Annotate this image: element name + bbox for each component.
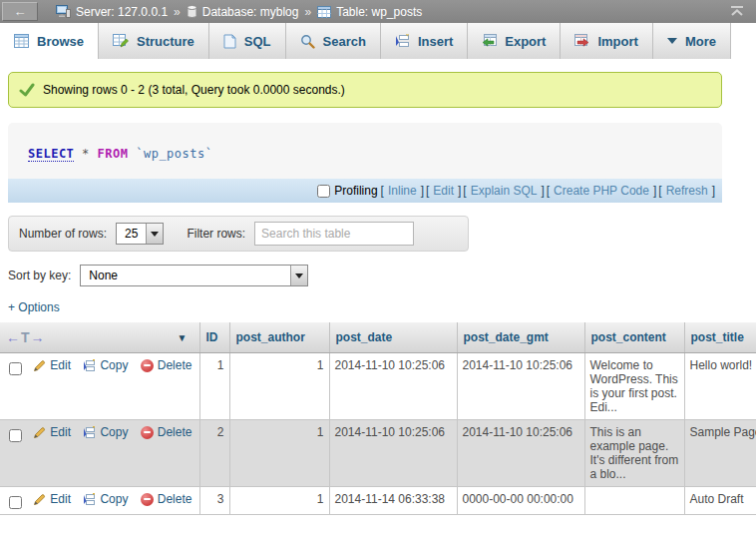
sort-caret-icon[interactable]: ▼ <box>178 332 188 343</box>
edit-button[interactable]: Edit <box>33 492 71 506</box>
tab-bar: Browse Structure SQL Search Insert Expor… <box>0 23 756 59</box>
row-actions: Edit Copy Delete <box>0 353 199 420</box>
back-button[interactable]: ← <box>2 2 38 21</box>
hide-right-icon[interactable]: → <box>31 329 45 345</box>
sql-keyword-select[interactable]: SELECT <box>28 147 74 162</box>
tab-structure[interactable]: Structure <box>99 23 209 59</box>
column-header-post-date[interactable]: post_date <box>329 322 457 353</box>
status-message-text: Showing rows 0 - 2 (3 total, Query took … <box>43 83 345 97</box>
delete-label: Delete <box>158 492 192 506</box>
pencil-icon <box>33 426 46 439</box>
bracket: ] <box>458 184 461 198</box>
row-controls: Number of rows: 25 Filter rows: <box>8 216 469 252</box>
edit-label: Edit <box>50 492 71 506</box>
row-checkbox[interactable] <box>9 429 22 442</box>
cell-post-date-gmt: 2014-11-10 10:25:06 <box>457 353 584 420</box>
tab-search[interactable]: Search <box>286 23 381 59</box>
delete-button[interactable]: Delete <box>141 425 192 439</box>
tab-more[interactable]: More <box>653 23 731 59</box>
cell-post-author: 1 <box>229 420 329 487</box>
tab-insert[interactable]: Insert <box>381 23 468 59</box>
delete-label: Delete <box>158 425 192 439</box>
cell-post-date: 2014-11-10 10:25:06 <box>329 420 457 487</box>
tab-sql[interactable]: SQL <box>209 23 286 59</box>
copy-button[interactable]: Copy <box>83 425 128 439</box>
number-of-rows-select[interactable]: 25 <box>116 223 164 245</box>
delete-button[interactable]: Delete <box>141 358 192 372</box>
row-checkbox[interactable] <box>9 362 22 375</box>
sql-icon <box>223 34 236 49</box>
bracket: [ <box>381 184 384 198</box>
cell-post-content: This is an example page. It's different … <box>584 420 684 487</box>
breadcrumb-database-label: Database: myblog <box>202 5 299 19</box>
filter-rows-input[interactable] <box>254 222 414 246</box>
row-checkbox[interactable] <box>9 496 22 509</box>
hide-left-icon[interactable]: ← <box>6 329 20 345</box>
cell-post-date: 2014-11-14 06:33:38 <box>329 487 457 515</box>
copy-icon <box>83 493 96 506</box>
delete-icon <box>141 493 154 506</box>
delete-label: Delete <box>158 358 192 372</box>
tab-export-label: Export <box>505 34 546 49</box>
collapse-top-icon[interactable] <box>730 6 744 17</box>
sort-by-key-label: Sort by key: <box>8 269 71 282</box>
tab-more-label: More <box>685 34 716 49</box>
edit-button[interactable]: Edit <box>33 425 71 439</box>
delete-button[interactable]: Delete <box>141 492 192 506</box>
chevron-down-icon <box>151 232 159 241</box>
filter-rows-label: Filter rows: <box>187 227 245 241</box>
edit-label: Edit <box>50 425 71 439</box>
server-icon <box>56 5 71 18</box>
phpmyadmin-app: ← Server: 127.0.0.1 » Database: myblog »… <box>0 0 756 541</box>
select-arrow-button[interactable] <box>146 224 163 244</box>
options-toggle[interactable]: + Options <box>8 300 60 314</box>
create-php-code-link[interactable]: Create PHP Code <box>554 184 649 198</box>
search-icon <box>300 34 315 49</box>
breadcrumb-server[interactable]: Server: 127.0.0.1 <box>56 5 168 19</box>
cell-post-content: Welcome to WordPress. This is your first… <box>584 353 684 420</box>
tab-browse[interactable]: Browse <box>0 23 99 59</box>
sort-by-key-value: None <box>81 266 290 285</box>
tab-import-label: Import <box>597 34 637 49</box>
edit-query-link[interactable]: Edit <box>433 184 454 198</box>
column-header-post-content[interactable]: post_content <box>584 322 684 353</box>
column-header-post-title[interactable]: post_title <box>684 322 756 353</box>
breadcrumb-database[interactable]: Database: myblog <box>187 5 299 19</box>
profiling-checkbox[interactable] <box>317 185 330 198</box>
column-header-post-date-gmt[interactable]: post_date_gmt <box>457 322 584 353</box>
table-icon <box>317 6 331 18</box>
tab-insert-label: Insert <box>418 34 453 49</box>
row-actions: Edit Copy Delete <box>0 420 199 487</box>
column-header-post-author[interactable]: post_author <box>229 322 329 353</box>
column-freeze-icon[interactable]: T <box>21 329 30 345</box>
pencil-icon <box>33 493 46 506</box>
table-row: Edit Copy Delete 2 1 2014-11-10 10:25:06… <box>0 420 756 487</box>
explain-sql-link[interactable]: Explain SQL <box>471 184 538 198</box>
cell-post-date-gmt: 2014-11-10 10:25:06 <box>457 420 584 487</box>
profiling-toggle[interactable]: Profiling <box>317 184 377 198</box>
cell-post-date-gmt: 0000-00-00 00:00:00 <box>457 487 584 515</box>
edit-button[interactable]: Edit <box>33 358 71 372</box>
success-check-icon <box>19 83 35 97</box>
refresh-link[interactable]: Refresh <box>666 184 708 198</box>
copy-label: Copy <box>100 358 128 372</box>
structure-icon <box>113 34 129 48</box>
number-of-rows-value: 25 <box>117 224 146 244</box>
sort-by-key-select[interactable]: None <box>80 265 308 286</box>
copy-button[interactable]: Copy <box>83 358 128 372</box>
inline-link[interactable]: Inline <box>388 184 417 198</box>
breadcrumb-table[interactable]: Table: wp_posts <box>317 5 422 19</box>
bracket: ] <box>653 184 656 198</box>
breadcrumb-separator: » <box>174 5 181 19</box>
bracket: [ <box>547 184 550 198</box>
select-arrow-button[interactable] <box>290 266 307 285</box>
column-header-id[interactable]: ID <box>199 322 229 353</box>
cell-post-title: Hello world! <box>684 353 756 420</box>
copy-button[interactable]: Copy <box>83 492 128 506</box>
tab-sql-label: SQL <box>244 34 271 49</box>
copy-icon <box>83 426 96 439</box>
tab-import[interactable]: Import <box>561 23 652 59</box>
tab-export[interactable]: Export <box>468 23 561 59</box>
cell-id: 2 <box>199 420 229 487</box>
sql-table-name: `wp_posts` <box>136 147 212 161</box>
